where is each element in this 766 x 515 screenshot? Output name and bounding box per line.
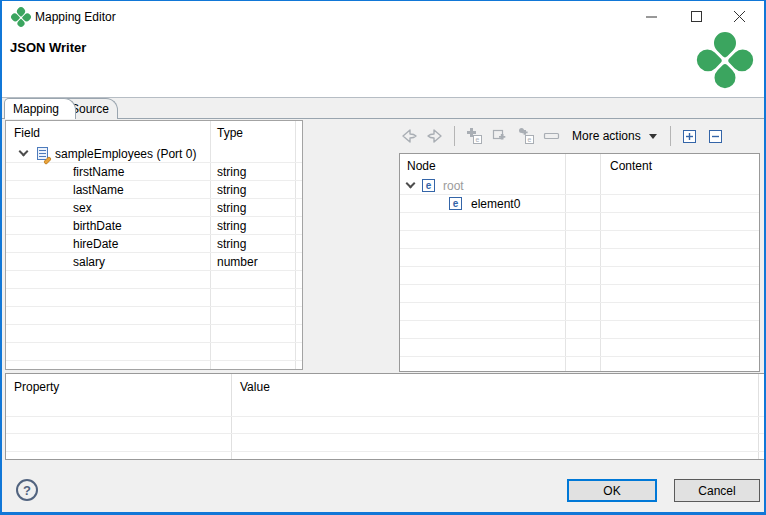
field-row[interactable]: birthDate string <box>6 217 302 235</box>
svg-text:e: e <box>528 136 532 143</box>
node-table: Node Content e root e element0 <box>399 153 760 372</box>
close-button[interactable] <box>717 1 762 31</box>
empty-row <box>400 249 759 267</box>
node-label: element0 <box>471 197 520 211</box>
close-icon <box>734 11 745 22</box>
page-title: JSON Writer <box>10 40 86 55</box>
field-row[interactable]: sex string <box>6 199 302 217</box>
empty-row <box>400 303 759 321</box>
empty-row <box>6 434 764 452</box>
empty-row <box>400 321 759 339</box>
column-header-type: Type <box>217 126 243 140</box>
empty-row <box>6 343 302 361</box>
field-table: Field Type sampleEmployees (Port 0) firs… <box>5 120 303 370</box>
empty-row <box>6 452 764 460</box>
minimize-button[interactable] <box>629 1 674 31</box>
column-header-node: Node <box>407 159 436 173</box>
property-table: Property Value <box>5 373 765 460</box>
tab-mapping[interactable]: Mapping <box>4 98 76 119</box>
field-type: string <box>217 165 246 179</box>
empty-row <box>6 307 302 325</box>
map-arrow-left-icon[interactable] <box>399 126 419 146</box>
field-type: string <box>217 237 246 251</box>
empty-row <box>6 361 302 370</box>
help-button[interactable]: ? <box>16 479 38 501</box>
tree-row-port0[interactable]: sampleEmployees (Port 0) <box>6 145 302 163</box>
app-clover-icon <box>10 6 33 29</box>
chevron-down-icon[interactable] <box>406 179 416 189</box>
window-title: Mapping Editor <box>35 10 116 24</box>
svg-text:e: e <box>476 136 480 143</box>
minimize-icon <box>646 11 657 22</box>
empty-row <box>400 339 759 357</box>
port-label: sampleEmployees (Port 0) <box>55 147 196 161</box>
field-table-header: Field Type <box>6 121 302 145</box>
column-header-property: Property <box>14 380 59 394</box>
expand-all-icon[interactable] <box>680 126 700 146</box>
record-metadata-icon <box>36 147 50 161</box>
empty-row <box>400 267 759 285</box>
empty-row <box>6 271 302 289</box>
column-header-value: Value <box>240 380 270 394</box>
node-table-header: Node Content <box>400 154 759 177</box>
tree-row-element0[interactable]: e element0 <box>400 195 759 213</box>
field-row[interactable]: salary number <box>6 253 302 271</box>
toolbar-separator <box>454 126 455 146</box>
field-name: firstName <box>73 165 124 179</box>
chevron-down-icon[interactable] <box>19 147 29 157</box>
empty-row <box>6 325 302 343</box>
cloverdx-logo-icon <box>692 27 757 92</box>
dropdown-arrow-icon <box>649 134 657 139</box>
empty-row <box>400 231 759 249</box>
field-type: string <box>217 201 246 215</box>
maximize-icon <box>691 11 702 22</box>
tree-row-root[interactable]: e root <box>400 177 759 195</box>
field-row[interactable]: lastName string <box>6 181 302 199</box>
field-type: string <box>217 183 246 197</box>
add-text-node-icon[interactable] <box>542 126 562 146</box>
field-row[interactable]: hireDate string <box>6 235 302 253</box>
field-type: string <box>217 219 246 233</box>
column-header-content: Content <box>610 159 652 173</box>
element-icon: e <box>449 197 462 210</box>
field-name: hireDate <box>73 237 118 251</box>
add-child-element-icon[interactable]: e <box>464 126 484 146</box>
button-bar: ? OK Cancel <box>2 460 764 513</box>
field-name: birthDate <box>73 219 122 233</box>
collapse-all-icon[interactable] <box>706 126 726 146</box>
field-row[interactable]: firstName string <box>6 163 302 181</box>
more-actions-button[interactable]: More actions <box>568 127 661 145</box>
cancel-button[interactable]: Cancel <box>674 479 760 502</box>
field-type: number <box>217 255 258 269</box>
mapping-editor-dialog: Mapping Editor JSON Writer Source Mappin… <box>0 0 766 515</box>
map-arrow-right-icon[interactable] <box>425 126 445 146</box>
mapping-toolbar: e e More actions <box>399 121 762 151</box>
field-name: lastName <box>73 183 124 197</box>
empty-row <box>6 289 302 307</box>
node-label: root <box>443 179 464 193</box>
toolbar-separator <box>670 126 671 146</box>
field-name: sex <box>73 201 92 215</box>
empty-row <box>400 213 759 231</box>
title-bar: Mapping Editor <box>2 1 764 32</box>
empty-row <box>400 357 759 372</box>
property-table-header: Property Value <box>6 374 764 416</box>
more-actions-label: More actions <box>572 129 641 143</box>
column-header-field: Field <box>14 126 40 140</box>
tab-strip: Source Mapping <box>2 97 764 119</box>
field-name: salary <box>73 255 105 269</box>
element-icon: e <box>422 179 435 192</box>
maximize-button[interactable] <box>674 1 719 31</box>
add-wildcard-element-icon[interactable]: e <box>516 126 536 146</box>
empty-row <box>6 416 764 434</box>
ok-button[interactable]: OK <box>567 479 657 502</box>
empty-row <box>400 285 759 303</box>
add-attribute-icon[interactable] <box>490 126 510 146</box>
